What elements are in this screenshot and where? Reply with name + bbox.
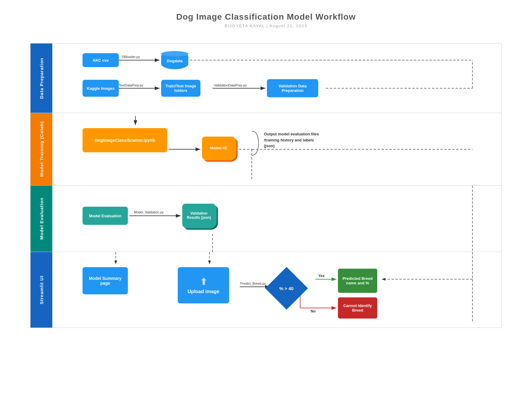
section-label-model-training: Model Training (Colab) — [31, 113, 52, 185]
svg-text:Yes: Yes — [318, 274, 325, 278]
section-streamlit-ui: Streamlit UI — [31, 252, 501, 328]
upload-image-node: ⬆ Upload image — [178, 267, 229, 303]
diagram-container: Data Preparation — [30, 43, 502, 328]
validation-data-prep-node: Validation Data Preparation — [267, 79, 318, 97]
upload-icon: ⬆ — [200, 277, 207, 287]
page-title: Dog Image Classification Model Workflow — [176, 12, 356, 22]
kaggle-images-node: Kaggle Images — [83, 80, 119, 97]
section-data-prep: Data Preparation — [31, 44, 501, 113]
section-content-streamlit: Predict_Breed.py Yes No Model Summary pa… — [52, 252, 501, 328]
section-content-data-prep: DBloader.py TrainTestDataPrep.py Validat… — [52, 44, 501, 113]
svg-text:No: No — [311, 309, 316, 313]
section-label-model-eval: Model Evaluation — [31, 186, 52, 252]
data-prep-arrows: DBloader.py TrainTestDataPrep.py Validat… — [52, 44, 501, 113]
akc-csv-node: AKC csv — [83, 53, 119, 67]
validation-results-node: Validation Results (json) — [182, 204, 219, 231]
model-summary-node: Model Summary page — [83, 267, 128, 294]
train-test-node: Train/Test Image folders — [161, 80, 200, 97]
page-header: Dog Image Classification Model Workflow … — [176, 0, 356, 34]
diamond-node: % > 40 — [270, 272, 303, 305]
section-content-model-eval: Model_Validation.py Model Evaluation Val… — [52, 186, 501, 252]
output-text-node: Output model evaluation files /training … — [264, 131, 324, 149]
svg-text:Predict_Breed.py: Predict_Breed.py — [240, 282, 266, 285]
svg-text:ValidationDataPrep.py: ValidationDataPrep.py — [214, 83, 247, 87]
dog-classification-node: DogImageClassification.ipynb — [83, 128, 167, 152]
section-content-model-training: DogImageClassification.ipynb Model.h5 Ou… — [52, 113, 501, 185]
svg-text:DBloader.py: DBloader.py — [122, 55, 140, 59]
svg-text:Model_Validation.py: Model_Validation.py — [134, 210, 164, 214]
section-model-eval: Model Evaluation Model_Validation.py — [31, 186, 501, 252]
cannot-identify-node: Cannot Identify Breed — [338, 297, 377, 319]
section-label-data-prep: Data Preparation — [31, 44, 52, 113]
model-h5-node: Model.h5 — [202, 137, 238, 162]
model-eval-node: Model Evaluation — [83, 207, 128, 225]
page-subtitle: BIJOYETA KAYAL | August 21, 2023 — [176, 24, 356, 28]
predicted-breed-node: Predicted Breed name and % — [338, 269, 377, 293]
section-model-training: Model Training (Colab) — [31, 113, 501, 186]
section-label-streamlit: Streamlit UI — [31, 252, 52, 328]
dogdata-node: Dogdata — [161, 51, 188, 69]
